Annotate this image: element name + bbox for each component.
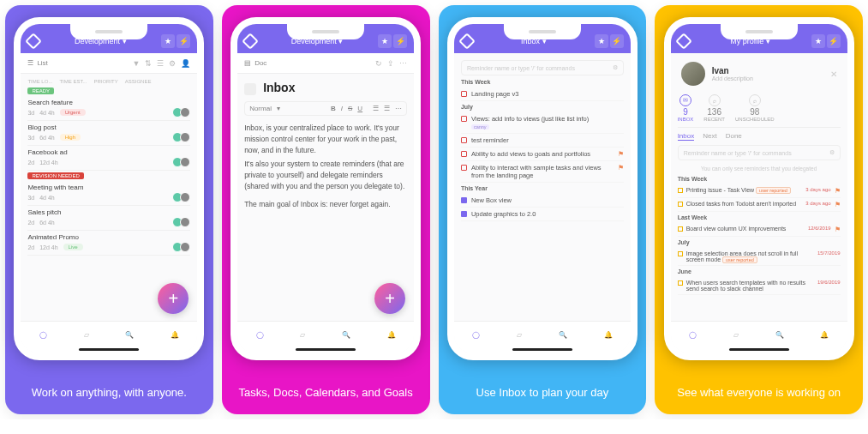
star-icon[interactable]: ★ [161, 34, 175, 48]
status-group-revision[interactable]: REVISION NEEDED [27, 172, 83, 179]
nav-search-icon[interactable]: 🔍 [125, 331, 134, 339]
checkbox-icon[interactable] [678, 251, 683, 256]
checkbox-icon[interactable] [461, 116, 467, 122]
person-icon[interactable]: 👤 [181, 59, 190, 68]
close-icon[interactable]: ✕ [830, 69, 837, 79]
star-icon[interactable]: ★ [595, 34, 608, 48]
checkbox-icon[interactable] [461, 137, 467, 143]
section-june: June [678, 268, 841, 274]
profile-tabs: InboxNextDone [678, 128, 841, 145]
task-row[interactable]: Meeting with team 3d4d 4h [27, 181, 190, 206]
reminder-item[interactable]: Closed tasks from Todoist aren't importe… [678, 198, 841, 212]
fab-add-button[interactable]: + [374, 283, 405, 314]
bolt-icon[interactable]: ⚡ [827, 34, 841, 48]
profile-description[interactable]: Add description [712, 75, 753, 81]
checkbox-icon[interactable] [678, 188, 683, 193]
stat-unscheduled[interactable]: ⌕98UNSCHEDULED [735, 94, 775, 122]
inbox-item[interactable]: Update graphics to 2.0 [461, 208, 624, 221]
history-icon[interactable]: ↻ [375, 59, 382, 68]
fab-add-button[interactable]: + [158, 283, 189, 314]
checkbox-icon[interactable] [461, 211, 467, 217]
inbox-item[interactable]: Views: add info to views (just like list… [461, 112, 624, 134]
star-icon[interactable]: ★ [811, 34, 825, 48]
nav-home-icon[interactable]: ◯ [39, 331, 47, 339]
flag-icon[interactable]: ⚑ [618, 164, 624, 172]
task-row[interactable]: Facebook ad 2d12d 4h [27, 146, 190, 171]
nav-home-icon[interactable]: ◯ [689, 331, 697, 339]
status-group-ready[interactable]: READY [27, 87, 54, 94]
view-mode-label[interactable]: List [37, 59, 47, 67]
bolt-icon[interactable]: ⚡ [393, 34, 407, 48]
nav-inbox-icon[interactable]: ▱ [84, 331, 89, 339]
checkbox-icon[interactable] [461, 197, 467, 203]
checkbox-icon[interactable] [461, 151, 467, 157]
nav-notif-icon[interactable]: 🔔 [171, 331, 179, 339]
reminder-item[interactable]: Board view column UX improvements 12/6/2… [678, 223, 841, 237]
gear-icon[interactable]: ⚙ [613, 64, 618, 71]
home-indicator [512, 348, 572, 351]
flag-icon[interactable]: ⚑ [835, 187, 841, 195]
nav-search-icon[interactable]: 🔍 [559, 331, 567, 339]
doc-body[interactable]: Inbox, is your centralized place to work… [244, 123, 407, 209]
gear-icon[interactable]: ⚙ [829, 149, 835, 156]
avatar[interactable] [681, 62, 705, 86]
task-row[interactable]: Animated Promo 2d12d 4h Live [27, 231, 190, 256]
tab-next[interactable]: Next [703, 132, 716, 141]
nav-inbox-icon[interactable]: ▱ [733, 331, 739, 339]
inbox-item[interactable]: Ability to add views to goals and portfo… [461, 148, 624, 161]
stat-recent[interactable]: ⌕136RECENT [703, 94, 725, 122]
inbox-item[interactable]: test reminder [461, 134, 624, 148]
settings-icon[interactable]: ⚙ [169, 59, 176, 68]
tab-done[interactable]: Done [726, 132, 742, 141]
task-row[interactable]: Blog post 3d6d 4h High [27, 121, 190, 146]
inbox-item[interactable]: Landing page v3 [461, 87, 624, 101]
reminder-input[interactable]: Reminder name or type '/' for commands ⚙ [678, 145, 841, 160]
phone-notch [287, 24, 364, 39]
tab-inbox[interactable]: Inbox [678, 132, 695, 141]
card-caption: Work on anything, with anyone. [27, 386, 192, 399]
doc-title[interactable]: Inbox [263, 81, 295, 94]
bolt-icon[interactable]: ⚡ [610, 34, 624, 48]
doc-toolbar[interactable]: Normal▾ B I S U ☰ ☰ ⋯ [244, 101, 407, 116]
nav-inbox-icon[interactable]: ▱ [300, 331, 305, 339]
more-format-icon: ⋯ [395, 105, 402, 112]
strike-icon: S [348, 105, 352, 112]
nav-search-icon[interactable]: 🔍 [342, 331, 350, 339]
nav-notif-icon[interactable]: 🔔 [604, 331, 613, 339]
showcase-card-3: Inbox ▾ ★ ⚡ Reminder name or type '/' fo… [439, 5, 647, 414]
task-row[interactable]: Sales pitch 2d6d 4h [27, 206, 190, 231]
card-caption: Tasks, Docs, Calendars, and Goals [234, 386, 418, 399]
reminder-item[interactable]: Image selection area does not scroll in … [678, 248, 841, 266]
task-row[interactable]: Search feature 3d4d 4h Urgent [27, 96, 190, 121]
checkbox-icon[interactable] [461, 165, 467, 171]
checkbox-icon[interactable] [678, 202, 683, 207]
bolt-icon[interactable]: ⚡ [177, 34, 190, 48]
nav-search-icon[interactable]: 🔍 [775, 331, 784, 339]
nav-home-icon[interactable]: ◯ [472, 331, 480, 339]
flag-icon[interactable]: ⚑ [835, 201, 841, 208]
reminder-input[interactable]: Reminder name or type '/' for commands ⚙ [461, 60, 624, 75]
checkbox-icon[interactable] [461, 91, 467, 97]
reminder-item[interactable]: Printing issue - Task View user reported… [678, 184, 841, 198]
flag-icon[interactable]: ⚑ [618, 150, 624, 158]
group-icon[interactable]: ⇅ [145, 59, 152, 68]
stat-inbox[interactable]: ✉9INBOX [678, 94, 694, 122]
more-icon[interactable]: ⋯ [399, 59, 407, 68]
checkbox-icon[interactable] [678, 280, 683, 286]
star-icon[interactable]: ★ [378, 34, 392, 48]
inbox-item[interactable]: Ability to interact with sample tasks an… [461, 161, 624, 183]
flag-icon[interactable]: ⚑ [835, 226, 841, 233]
filter-icon[interactable]: ▼ [132, 59, 140, 68]
share-icon[interactable]: ⇪ [387, 59, 394, 68]
phone-notch [70, 24, 147, 39]
users-icon[interactable]: ☰ [157, 59, 164, 68]
nav-home-icon[interactable]: ◯ [256, 331, 264, 339]
reminder-item[interactable]: When users search templates with no resu… [678, 277, 841, 295]
nav-notif-icon[interactable]: 🔔 [820, 331, 829, 339]
nav-inbox-icon[interactable]: ▱ [517, 331, 522, 339]
nav-notif-icon[interactable]: 🔔 [387, 331, 396, 339]
list-icon: ☰ [27, 59, 33, 67]
checkbox-icon[interactable] [678, 226, 683, 232]
inbox-item[interactable]: New Box view [461, 194, 624, 208]
view-mode-label[interactable]: Doc [254, 59, 266, 67]
